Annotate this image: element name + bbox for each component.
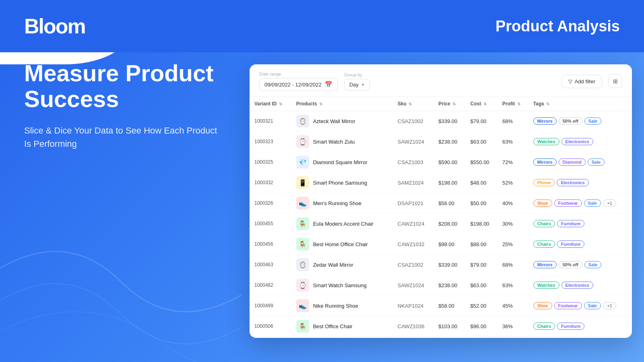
cell-profit: 36% <box>497 316 528 337</box>
cell-tags: WatchesElectronics <box>528 275 632 296</box>
cell-sku: CAMZ1082 <box>393 337 433 338</box>
table-row[interactable]: 1000499👟Nike Running ShoeNKAP1024$58.00$… <box>250 296 632 316</box>
col-variant-id[interactable]: Variant ID ⇅ <box>250 97 291 111</box>
cell-tags: ChairsFurniture <box>528 214 632 234</box>
product-thumbnail: 🪞 <box>296 115 309 128</box>
cell-profit: 72% <box>497 152 528 173</box>
cell-variant-id: 1000326 <box>250 193 291 214</box>
group-by-value: Day <box>349 82 359 88</box>
cell-price: $56.00 <box>433 193 465 214</box>
cell-sku: SAWZ1024 <box>393 132 433 152</box>
cell-product: ⌚Smart Watch Samsung <box>291 275 393 296</box>
product-name: Zedar Wall Mirror <box>313 262 353 268</box>
cell-price: $339.00 <box>433 255 465 275</box>
product-name: Eula Moders Accent Chair <box>313 221 374 227</box>
cell-profit: 68% <box>497 255 528 275</box>
product-thumbnail: 👟 <box>296 299 309 312</box>
cell-profit: 30% <box>497 214 528 234</box>
table-row[interactable]: 1000463🪞Zedar Wall MirrorCSAZ1002$339.00… <box>250 255 632 275</box>
table-row[interactable]: 1000321🪞Azteck Wall MirrorCSAZ1002$339.0… <box>250 111 632 132</box>
table-row[interactable]: 1000506🪑Best Office ChairCAWZ1036$103.00… <box>250 316 632 337</box>
product-name: Smart Watch Zulu <box>313 139 355 145</box>
product-thumbnail: ⌚ <box>296 135 309 148</box>
hero-title: Measure Product Success <box>24 60 217 112</box>
product-name: Smart Phone Samsung <box>313 180 367 186</box>
table-row[interactable]: 1000332📱Smart Phone SamsungSAMZ1024$198.… <box>250 173 632 193</box>
cell-price: $103.00 <box>433 316 465 337</box>
col-profit[interactable]: Profit ⇅ <box>497 97 528 111</box>
tag-badge: Shoe <box>533 200 552 207</box>
cell-profit: 40% <box>497 193 528 214</box>
tag-badge: Electronics <box>561 282 593 289</box>
cell-cost: $320.00 <box>466 337 497 338</box>
col-products[interactable]: Products ⇅ <box>291 97 393 111</box>
sort-icon: ⇅ <box>452 102 456 106</box>
date-range-group: Date range 09/09/2022 - 12/09/2022 📅 <box>259 72 338 91</box>
tag-badge: Mirrors <box>533 158 557 166</box>
product-name: Best Office Chair <box>313 323 353 329</box>
tag-badge: 50% off <box>559 261 582 268</box>
table-scroll[interactable]: Variant ID ⇅ Products ⇅ Sku ⇅ Price ⇅ Co… <box>250 97 632 338</box>
table-row[interactable]: 1000326👟Men's Running ShoeDSAP1021$56.00… <box>250 193 632 214</box>
sort-icon: ⇅ <box>483 102 487 106</box>
col-sku[interactable]: Sku ⇅ <box>393 97 433 111</box>
products-table: Variant ID ⇅ Products ⇅ Sku ⇅ Price ⇅ Co… <box>250 97 632 338</box>
product-thumbnail: 👟 <box>296 197 309 210</box>
tag-badge: Chairs <box>533 220 555 227</box>
sort-icon: ⇅ <box>279 102 282 106</box>
columns-icon: ⊞ <box>613 78 618 84</box>
filter-icon: ▽ <box>568 78 572 84</box>
col-price[interactable]: Price ⇅ <box>433 97 465 111</box>
cell-variant-id: 1000463 <box>250 255 291 275</box>
cell-profit: 63% <box>497 275 528 296</box>
product-thumbnail: 🪑 <box>296 238 309 251</box>
cell-product: 👟Men's Running Shoe <box>291 193 393 214</box>
calendar-icon: 📅 <box>325 81 332 88</box>
col-tags[interactable]: Tags ⇅ <box>528 97 632 111</box>
group-by-control[interactable]: Day ▾ <box>344 79 369 90</box>
group-by-label: Group by <box>344 72 369 77</box>
tag-badge: Sale <box>584 200 601 207</box>
cell-cost: $52.00 <box>466 296 497 316</box>
cell-cost: $50.00 <box>466 193 497 214</box>
sort-icon: ⇅ <box>546 102 549 106</box>
cell-product: 🪞Zedar Wall Mirror <box>291 255 393 275</box>
cell-cost: $63.00 <box>466 275 497 296</box>
product-name: Men's Running Shoe <box>313 200 361 206</box>
table-row[interactable]: 1000325💎Diamond Square MirrorCSAZ1003$59… <box>250 152 632 173</box>
cell-profit: 52% <box>497 173 528 193</box>
table-row[interactable]: 1000455🪑Eula Moders Accent ChairCAWZ1024… <box>250 214 632 234</box>
date-range-control[interactable]: 09/09/2022 - 12/09/2022 📅 <box>259 78 338 91</box>
cell-variant-id: 1000321 <box>250 111 291 132</box>
columns-button[interactable]: ⊞ <box>609 74 622 88</box>
cell-variant-id: 1000528 <box>250 337 291 338</box>
hero-section: Measure Product Success Slice & Dice You… <box>24 60 217 150</box>
tag-badge: Footwear <box>554 302 582 309</box>
table-row[interactable]: 1000482⌚Smart Watch SamsungSAWZ1024$238.… <box>250 275 632 296</box>
tag-badge: Sale <box>588 158 605 166</box>
tag-badge: Shoe <box>533 302 552 309</box>
add-filter-button[interactable]: ▽ Add filter <box>561 75 602 88</box>
group-by-group: Group by Day ▾ <box>344 72 369 90</box>
cell-variant-id: 1000325 <box>250 152 291 173</box>
cell-tags: Mirrors50% offSale <box>528 255 632 275</box>
col-cost[interactable]: Cost ⇅ <box>466 97 497 111</box>
table-row[interactable]: 1000323⌚Smart Watch ZuluSAWZ1024$238.00$… <box>250 132 632 152</box>
cell-variant-id: 1000323 <box>250 132 291 152</box>
product-thumbnail: 🪞 <box>296 258 309 271</box>
product-name: Azteck Wall Mirror <box>313 118 355 124</box>
cell-variant-id: 1000455 <box>250 214 291 234</box>
cell-sku: CSAZ1003 <box>393 152 433 173</box>
cell-product: 🪑Eula Moders Accent Chair <box>291 214 393 234</box>
tag-badge: Electronics <box>561 138 593 145</box>
cell-sku: CSAZ1002 <box>393 255 433 275</box>
table-row[interactable]: 1000528💻Apple Macbook ProCAMZ1082$989.00… <box>250 337 632 338</box>
cell-tags: MirrorsDiamondSale <box>528 152 632 173</box>
tag-badge: Mirrors <box>533 117 557 125</box>
cell-profit: 25% <box>497 234 528 255</box>
cell-profit: 68% <box>497 111 528 132</box>
tag-badge: Furniture <box>557 241 584 248</box>
table-row[interactable]: 1000456🪑Best Home Office ChairCAWZ1032$9… <box>250 234 632 255</box>
cell-product: 🪑Best Home Office Chair <box>291 234 393 255</box>
cell-product: 💎Diamond Square Mirror <box>291 152 393 173</box>
